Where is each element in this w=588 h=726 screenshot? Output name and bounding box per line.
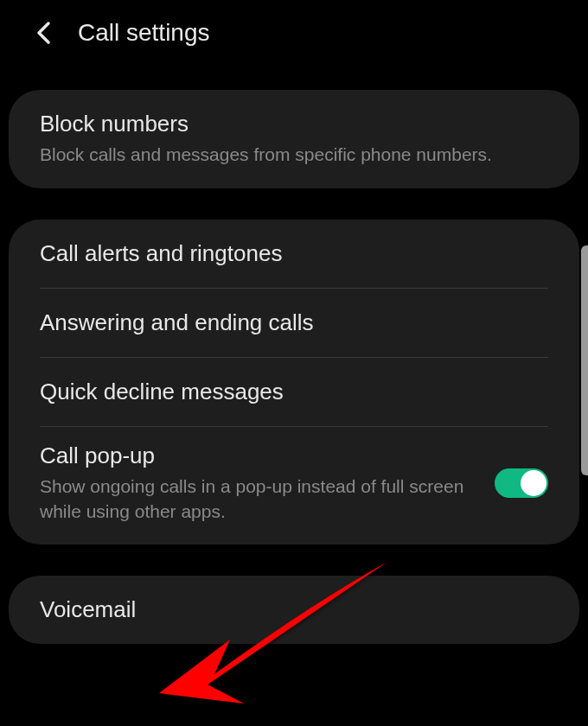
list-item-content: Voicemail (40, 596, 548, 623)
answering-item[interactable]: Answering and ending calls (9, 289, 579, 357)
list-item-content: Call pop-up Show ongoing calls in a pop-… (40, 443, 484, 524)
scrollbar[interactable] (581, 245, 588, 475)
page-title: Call settings (78, 19, 210, 47)
toggle-knob (521, 470, 546, 496)
back-icon[interactable] (33, 22, 54, 43)
block-numbers-subtitle: Block calls and messages from specific p… (40, 143, 548, 167)
block-numbers-card: Block numbers Block calls and messages f… (9, 90, 579, 188)
block-numbers-title: Block numbers (40, 111, 548, 137)
call-alerts-title: Call alerts and ringtones (40, 240, 548, 267)
quick-decline-item[interactable]: Quick decline messages (9, 358, 579, 426)
voicemail-title: Voicemail (40, 596, 548, 623)
list-item-content: Quick decline messages (40, 379, 548, 405)
list-item-content: Answering and ending calls (40, 309, 548, 336)
block-numbers-item[interactable]: Block numbers Block calls and messages f… (9, 90, 579, 188)
answering-title: Answering and ending calls (40, 309, 548, 336)
voicemail-card: Voicemail (9, 576, 579, 644)
call-popup-item[interactable]: Call pop-up Show ongoing calls in a pop-… (9, 427, 579, 544)
call-popup-title: Call pop-up (40, 443, 484, 469)
header: Call settings (0, 0, 588, 66)
quick-decline-title: Quick decline messages (40, 379, 548, 405)
call-popup-subtitle: Show ongoing calls in a pop-up instead o… (40, 474, 484, 524)
call-options-card: Call alerts and ringtones Answering and … (9, 220, 579, 544)
call-alerts-item[interactable]: Call alerts and ringtones (9, 220, 579, 288)
call-popup-toggle[interactable] (495, 468, 548, 498)
list-item-content: Block numbers Block calls and messages f… (40, 111, 548, 168)
list-item-content: Call alerts and ringtones (40, 240, 548, 267)
voicemail-item[interactable]: Voicemail (9, 576, 579, 644)
